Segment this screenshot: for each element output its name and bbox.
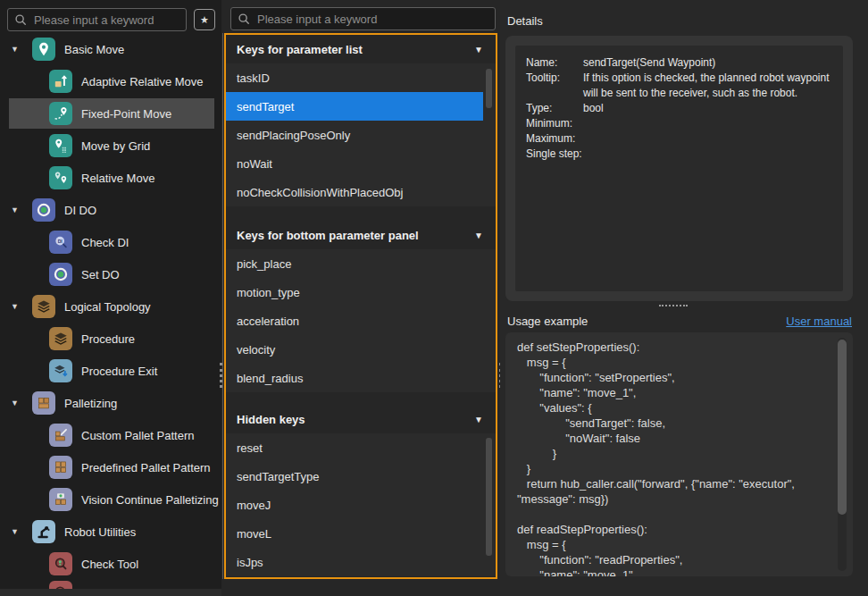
section-header-keys-for-parameter-list[interactable]: Keys for parameter list▼: [226, 35, 496, 63]
key-item-nocheckcollisionwithplacedobj[interactable]: noCheckCollisionWithPlacedObj: [226, 178, 496, 206]
tree-item-di-do[interactable]: ▼DI DO: [0, 194, 221, 226]
robot-utilities-icon: [32, 520, 55, 543]
code-scrollbar-thumb[interactable]: [838, 340, 847, 515]
section-header-keys-for-bottom-parameter-panel[interactable]: Keys for bottom parameter panel▼: [226, 221, 496, 249]
details-field-minimum: Minimum:: [526, 116, 832, 131]
sidebar-bottom-scrollbar-track[interactable]: [0, 589, 221, 596]
tree-item-label: Check Tool: [81, 558, 138, 571]
di-do-icon: [32, 198, 55, 222]
tree-item-label: Custom Pallet Pattern: [81, 429, 194, 442]
user-manual-link[interactable]: User manual: [786, 315, 852, 328]
key-item-taskid[interactable]: taskID: [226, 63, 496, 92]
key-list: taskIDsendTargetsendPlacingPoseOnlynoWai…: [226, 63, 496, 206]
horizontal-splitter-handle[interactable]: [659, 305, 688, 306]
basic-move-icon: [32, 38, 55, 61]
parameter-keys-panel: Keys for parameter list▼taskIDsendTarget…: [224, 33, 497, 579]
custom-pallet-pattern-icon: [49, 424, 72, 447]
tree-item-check-di[interactable]: DICheck DI: [0, 226, 221, 258]
tree-item-procedure[interactable]: Procedure: [0, 323, 221, 355]
tree-item-predefined-pallet-pattern[interactable]: Predefined Pallet Pattern: [0, 451, 221, 483]
details-field-tooltip: Tooltip:If this option is checked, the p…: [526, 71, 832, 101]
key-item-motion_type[interactable]: motion_type: [226, 278, 496, 306]
panel-splitter-line: [222, 33, 223, 579]
tree-item-label: Adaptive Relative Move: [81, 75, 204, 88]
tree-item-label: Robot Utilities: [64, 525, 136, 539]
key-item-sendplacingposeonly[interactable]: sendPlacingPoseOnly: [226, 121, 496, 149]
tree-item-procedure-exit[interactable]: Procedure Exit: [0, 355, 221, 387]
svg-text:DI: DI: [58, 239, 63, 244]
field-label: Name:: [526, 55, 583, 71]
expand-arrow-icon[interactable]: ▼: [11, 399, 19, 407]
tree-item-label: Basic Move: [64, 43, 124, 56]
collapse-arrow-icon[interactable]: ▼: [474, 231, 483, 240]
set-do-icon: [49, 263, 72, 286]
tree-item-label: Relative Move: [81, 172, 154, 185]
vision-continue-palletizing-icon: [49, 488, 72, 511]
search-icon: [238, 13, 250, 25]
key-item-velocity[interactable]: velocity: [226, 335, 496, 364]
tree-item-robot-utilities[interactable]: ▼Robot Utilities: [0, 516, 221, 548]
collapse-arrow-icon[interactable]: ▼: [474, 45, 483, 55]
section-header-hidden-keys[interactable]: Hidden keys▼: [226, 405, 496, 433]
tree-item-label: Predefined Pallet Pattern: [81, 461, 211, 474]
left-splitter-handle[interactable]: [220, 363, 222, 388]
field-value: [583, 147, 832, 162]
clipped-tree-item-icon: [49, 581, 72, 589]
field-value: sendTarget(Send Waypoint): [583, 55, 832, 71]
favorites-filter-button[interactable]: ★: [194, 9, 215, 30]
usage-example-panel: def setStepProperties(): msg = { "functi…: [505, 332, 853, 576]
key-item-nowait[interactable]: noWait: [226, 149, 496, 178]
tree-item-check-tool[interactable]: Check Tool: [0, 548, 221, 580]
star-icon: ★: [200, 15, 209, 25]
expand-arrow-icon[interactable]: ▼: [11, 45, 19, 54]
search-icon: [14, 13, 27, 26]
step-search-input[interactable]: [32, 13, 179, 28]
procedure-icon: [49, 327, 72, 350]
expand-arrow-icon[interactable]: ▼: [11, 527, 19, 536]
key-item-movej[interactable]: moveJ: [226, 491, 496, 519]
move-by-grid-icon: [49, 134, 72, 157]
section-title: Keys for parameter list: [237, 43, 363, 56]
tree-item-custom-pallet-pattern[interactable]: Custom Pallet Pattern: [0, 419, 221, 451]
key-item-reset[interactable]: reset: [226, 433, 496, 462]
key-item-pick_place[interactable]: pick_place: [226, 249, 496, 278]
key-search-box[interactable]: [230, 7, 496, 30]
usage-example-title: Usage example: [507, 315, 588, 328]
tree-item-label: Logical Topology: [64, 300, 151, 314]
tree-item-palletizing[interactable]: ▼Palletizing: [0, 387, 221, 419]
tree-item-label: Fixed-Point Move: [81, 107, 171, 121]
tree-item-logical-topology[interactable]: ▼Logical Topology: [0, 290, 221, 323]
tree-item-vision-continue-palletizing[interactable]: Vision Continue Palletizing: [0, 483, 221, 516]
field-label: Tooltip:: [526, 71, 583, 101]
key-item-sendtarget[interactable]: sendTarget: [226, 92, 483, 121]
key-item-acceleration[interactable]: acceleration: [226, 306, 496, 335]
tree-item-label: Check DI: [81, 236, 129, 249]
list-scrollbar-thumb[interactable]: [486, 69, 492, 108]
expand-arrow-icon[interactable]: ▼: [11, 302, 19, 311]
tree-item-basic-move[interactable]: ▼Basic Move: [0, 33, 221, 65]
details-title: Details: [507, 14, 543, 28]
field-value: bool: [583, 101, 832, 116]
key-item-isjps[interactable]: isJps: [226, 548, 496, 576]
tree-item-label: Procedure Exit: [81, 365, 157, 378]
collapse-arrow-icon[interactable]: ▼: [474, 415, 483, 424]
relative-move-icon: [49, 166, 72, 189]
key-item-sendtargettype[interactable]: sendTargetType: [226, 462, 496, 491]
tree-item-label: Move by Grid: [81, 139, 150, 153]
tree-item-move-by-grid[interactable]: Move by Grid: [0, 130, 221, 162]
tree-item-adaptive-relative-move[interactable]: Adaptive Relative Move: [0, 65, 221, 97]
expand-arrow-icon[interactable]: ▼: [11, 206, 19, 214]
list-scrollbar-thumb[interactable]: [486, 438, 492, 556]
logical-topology-icon: [32, 295, 55, 318]
tree-item-fixed-point-move[interactable]: Fixed-Point Move: [0, 97, 221, 130]
key-search-input[interactable]: [255, 12, 488, 27]
key-item-blend_radius[interactable]: blend_radius: [226, 364, 496, 392]
procedure-exit-icon: [49, 359, 72, 382]
tree-item-set-do[interactable]: Set DO: [0, 258, 221, 290]
section-title: Hidden keys: [237, 413, 305, 426]
tree-item-label: Set DO: [81, 268, 120, 281]
key-list: pick_placemotion_typeaccelerationvelocit…: [226, 249, 496, 392]
step-search-box[interactable]: [7, 8, 187, 31]
tree-item-relative-move[interactable]: Relative Move: [0, 162, 221, 194]
key-item-movel[interactable]: moveL: [226, 519, 496, 548]
